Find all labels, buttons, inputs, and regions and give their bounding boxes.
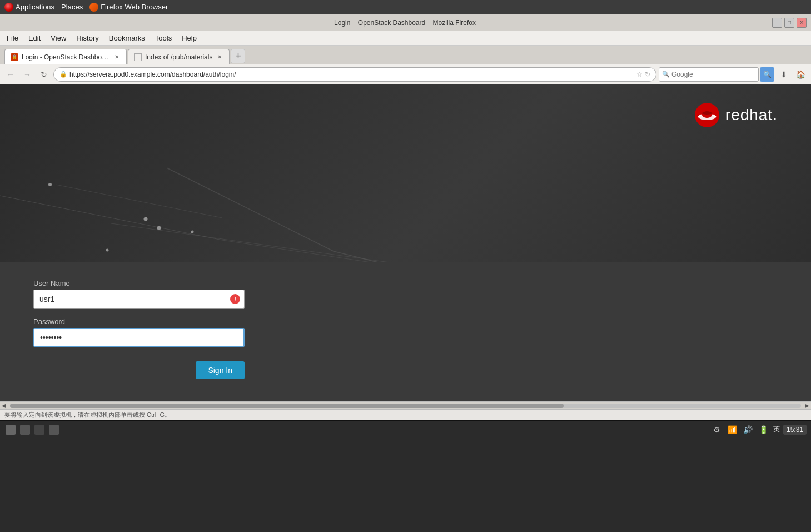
- password-group: Password: [33, 317, 778, 347]
- svg-line-4: [111, 223, 389, 262]
- menu-help[interactable]: Help: [177, 33, 201, 43]
- tab2-favicon: [134, 53, 142, 61]
- taskbar-right: ⚙ 📶 🔊 🔋 英 15:31: [711, 424, 807, 436]
- taskbar-tray-icon-3[interactable]: 🔊: [742, 424, 754, 436]
- tab2-close-button[interactable]: ✕: [216, 53, 223, 61]
- password-label: Password: [33, 317, 778, 326]
- tab-login-openstack[interactable]: 🔒 Login - OpenStack Dashboard ✕: [4, 49, 127, 64]
- lock-icon: 🔒: [59, 71, 67, 78]
- taskbar-icon-2[interactable]: [19, 424, 31, 436]
- taskbar-tray-icon-4[interactable]: 🔋: [758, 424, 770, 436]
- tab2-label: Index of /pub/materials: [145, 53, 212, 61]
- status-text: 要将输入定向到该虚拟机，请在虚拟机内部单击或按 Ctrl+G。: [4, 411, 171, 419]
- tab1-favicon: 🔒: [11, 53, 18, 61]
- search-input[interactable]: [659, 67, 759, 82]
- applications-label: Applications: [16, 3, 54, 11]
- taskbar-icon-1[interactable]: [4, 424, 17, 436]
- taskbar-icon-3[interactable]: [33, 424, 46, 436]
- svg-line-6: [56, 185, 222, 218]
- username-label: User Name: [33, 279, 778, 287]
- redhat-logo: redhat.: [693, 101, 778, 129]
- bookmark-star-icon[interactable]: ☆: [636, 71, 643, 78]
- login-form-container: User Name ! Password Sign In: [0, 262, 811, 401]
- scrollbar-thumb[interactable]: [10, 404, 564, 408]
- browser-menu[interactable]: Firefox Web Browser: [89, 3, 168, 12]
- download-button[interactable]: ⬇: [777, 67, 791, 82]
- url-text: https://servera.pod0.example.com/dashboa…: [69, 71, 236, 78]
- menu-history[interactable]: History: [72, 33, 103, 43]
- window-controls: – □ ✕: [772, 18, 807, 28]
- svg-point-8: [48, 183, 52, 186]
- browser-titlebar: Login – OpenStack Dashboard – Mozilla Fi…: [0, 14, 811, 31]
- form-actions: Sign In: [33, 356, 245, 379]
- browser-name-label: Firefox Web Browser: [101, 3, 168, 11]
- places-menu[interactable]: Places: [61, 3, 83, 11]
- redhat-ball-icon: [4, 3, 13, 12]
- new-tab-button[interactable]: +: [231, 49, 245, 63]
- username-input[interactable]: [33, 290, 245, 309]
- maximize-button[interactable]: □: [784, 18, 794, 28]
- horizontal-scrollbar[interactable]: ◀ ▶: [0, 401, 811, 409]
- menu-edit[interactable]: Edit: [24, 33, 45, 43]
- scroll-left-button[interactable]: ◀: [0, 402, 8, 410]
- taskbar-left: [4, 424, 708, 436]
- taskbar-lang: 英: [773, 425, 780, 434]
- menu-tools[interactable]: Tools: [151, 33, 176, 43]
- tab1-label: Login - OpenStack Dashboard: [22, 53, 110, 61]
- taskbar-tray-icon-2[interactable]: 📶: [727, 424, 739, 436]
- os-taskbar: ⚙ 📶 🔊 🔋 英 15:31: [0, 420, 811, 438]
- taskbar-icon-4[interactable]: [48, 424, 60, 436]
- svg-point-12: [106, 249, 109, 252]
- tab-bar: 🔒 Login - OpenStack Dashboard ✕ Index of…: [0, 46, 811, 64]
- page-content: redhat. RED HAT® ENTERPRISE LINUX OPENST…: [0, 84, 811, 401]
- svg-line-2: [167, 168, 334, 251]
- address-bar: ← → ↻ 🔒 https://servera.pod0.example.com…: [0, 64, 811, 84]
- username-group: User Name !: [33, 279, 778, 309]
- svg-point-11: [191, 231, 194, 233]
- minimize-button[interactable]: –: [772, 18, 782, 28]
- browser-title: Login – OpenStack Dashboard – Mozilla Fi…: [38, 19, 772, 27]
- tab1-close-button[interactable]: ✕: [113, 53, 121, 61]
- forward-button[interactable]: →: [20, 67, 34, 82]
- applications-menu[interactable]: Applications: [4, 3, 54, 12]
- username-error-badge: !: [230, 294, 240, 304]
- menu-file[interactable]: File: [2, 33, 23, 43]
- firefox-icon: [89, 3, 98, 12]
- redhat-hat-icon: [693, 101, 721, 129]
- os-topbar: Applications Places Firefox Web Browser: [0, 0, 811, 14]
- back-button[interactable]: ←: [3, 67, 18, 82]
- redhat-brand-text: redhat.: [725, 106, 778, 124]
- sign-in-button[interactable]: Sign In: [196, 361, 245, 379]
- home-button[interactable]: 🏠: [793, 67, 808, 82]
- url-box[interactable]: 🔒 https://servera.pod0.example.com/dashb…: [53, 67, 656, 82]
- browser-window: Login – OpenStack Dashboard – Mozilla Fi…: [0, 14, 811, 420]
- close-button[interactable]: ✕: [797, 18, 807, 28]
- search-button[interactable]: 🔍: [760, 67, 774, 82]
- refresh-url-icon[interactable]: ↻: [645, 71, 650, 78]
- menu-bar: File Edit View History Bookmarks Tools H…: [0, 31, 811, 46]
- refresh-button[interactable]: ↻: [37, 67, 51, 82]
- scroll-right-button[interactable]: ▶: [803, 402, 811, 410]
- taskbar-clock: 15:31: [783, 425, 807, 435]
- svg-line-0: [0, 196, 222, 240]
- svg-point-9: [144, 217, 148, 221]
- svg-point-10: [157, 226, 161, 230]
- menu-bookmarks[interactable]: Bookmarks: [105, 33, 150, 43]
- openstack-login-page: redhat. RED HAT® ENTERPRISE LINUX OPENST…: [0, 84, 811, 401]
- tab-index-materials[interactable]: Index of /pub/materials ✕: [128, 49, 230, 64]
- places-label: Places: [61, 3, 83, 11]
- scrollbar-track[interactable]: [10, 404, 801, 408]
- password-input[interactable]: [33, 328, 245, 347]
- taskbar-tray-icon-1[interactable]: ⚙: [711, 424, 723, 436]
- status-bar: 要将输入定向到该虚拟机，请在虚拟机内部单击或按 Ctrl+G。: [0, 409, 811, 420]
- menu-view[interactable]: View: [46, 33, 71, 43]
